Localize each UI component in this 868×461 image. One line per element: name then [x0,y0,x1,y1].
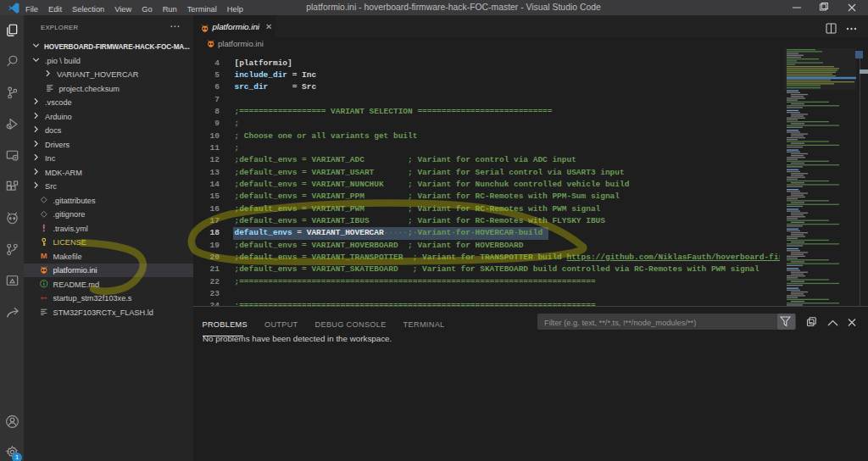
svg-text:M: M [41,252,47,260]
